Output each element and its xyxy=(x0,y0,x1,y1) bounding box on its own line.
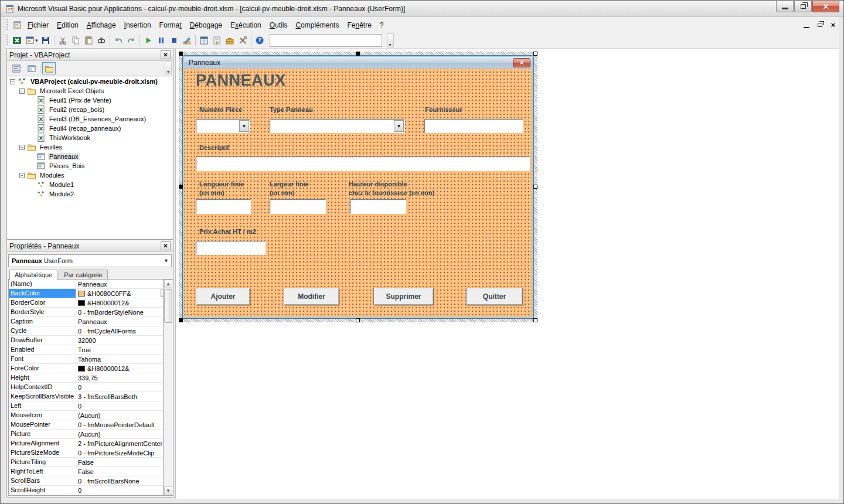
userform-selection-frame[interactable]: Panneaux ✕ PANNEAUX Numéro Pièce Type Pa… xyxy=(179,52,537,322)
property-name[interactable]: HelpContextID xyxy=(9,383,76,391)
toolbar-combo[interactable] xyxy=(270,34,382,47)
save-icon[interactable] xyxy=(39,34,52,47)
tree-item-pi-ces-bois[interactable]: Pièces_Bois xyxy=(8,161,172,171)
property-value[interactable]: 339,75 xyxy=(76,373,171,382)
hauteur-textbox[interactable] xyxy=(350,199,406,214)
project-panel-header[interactable]: Projet - VBAProject ✕ xyxy=(7,49,173,61)
handle-bottom-left[interactable] xyxy=(179,318,183,322)
property-row-righttoleft[interactable]: RightToLeftFalse xyxy=(9,467,171,476)
menubar-grip[interactable] xyxy=(6,19,8,31)
property-row-height[interactable]: Height339,75 xyxy=(9,373,171,383)
property-value[interactable]: False xyxy=(76,458,171,466)
copy-icon[interactable] xyxy=(69,34,82,47)
property-row-left[interactable]: Left0 xyxy=(9,401,171,411)
property-value[interactable]: 0 xyxy=(76,401,171,410)
property-row-mousepointer[interactable]: MousePointer0 - fmMousePointerDefault xyxy=(9,420,171,430)
handle-right-center[interactable] xyxy=(533,185,537,189)
property-name[interactable]: Cycle xyxy=(9,326,76,335)
design-mode-icon[interactable] xyxy=(181,34,193,47)
property-row-helpcontextid[interactable]: HelpContextID0 xyxy=(9,383,171,392)
menu-fentre[interactable]: Fenêtre xyxy=(343,19,375,32)
menu-?[interactable]: ? xyxy=(376,19,388,32)
property-name[interactable]: MouseIcon xyxy=(9,411,76,420)
tree-item-feuil4-recap-panneaux[interactable]: Feuil4 (recap_panneaux) xyxy=(8,124,172,133)
property-row-keepscrollbarsvisible[interactable]: KeepScrollBarsVisible3 - fmScrollBarsBot… xyxy=(9,392,171,401)
property-name[interactable]: Height xyxy=(9,373,76,382)
properties-window-icon[interactable] xyxy=(210,34,223,47)
property-name[interactable]: Left xyxy=(9,401,76,410)
tree-expander-icon[interactable]: − xyxy=(19,173,25,178)
mdi-restore-button[interactable] xyxy=(818,23,822,27)
tree-item-feuil2-recap-bois[interactable]: Feuil2 (recap_bois) xyxy=(8,105,172,114)
menu-outils[interactable]: Outils xyxy=(266,19,292,32)
toolbar-grip[interactable] xyxy=(6,35,8,46)
tree-item-feuil3-db-essences-panneaux[interactable]: Feuil3 (DB_Essences_Panneaux) xyxy=(8,114,172,124)
property-row-caption[interactable]: CaptionPanneaux xyxy=(9,317,171,326)
property-name[interactable]: PictureAlignment xyxy=(9,439,76,448)
supprimer-button[interactable]: Supprimer xyxy=(373,288,434,305)
handle-bottom-right[interactable] xyxy=(533,318,537,322)
scroll-up-icon[interactable]: ▲ xyxy=(164,280,172,288)
descriptif-textbox[interactable] xyxy=(196,156,530,171)
property-name[interactable]: Font xyxy=(9,355,76,363)
tree-item-microsoft-excel-objets[interactable]: −Microsoft Excel Objets xyxy=(8,86,172,96)
insert-userform-icon[interactable] xyxy=(23,34,36,47)
window-close-button[interactable]: ✕ xyxy=(812,1,839,12)
property-value[interactable]: 0 - fmMousePointerDefault xyxy=(76,420,171,429)
toggle-folders-icon[interactable] xyxy=(42,62,56,74)
property-name[interactable]: BorderColor xyxy=(9,298,76,307)
tree-expander-icon[interactable]: − xyxy=(19,88,25,94)
property-row-scrollbars[interactable]: ScrollBars0 - fmScrollBarsNone xyxy=(9,476,171,486)
property-value[interactable]: (Aucun) xyxy=(76,430,171,438)
chevron-down-icon[interactable]: ▼ xyxy=(239,120,249,132)
property-row-bordercolor[interactable]: BorderColor&H80000012& xyxy=(9,298,171,308)
paste-icon[interactable] xyxy=(82,34,95,47)
tree-item-thisworkbook[interactable]: ThisWorkbook xyxy=(8,133,172,142)
menu-dbogage[interactable]: Débogage xyxy=(186,19,226,32)
property-row-picturesizemode[interactable]: PictureSizeMode0 - fmPictureSizeModeClip xyxy=(9,448,171,458)
tree-expander-icon[interactable]: − xyxy=(10,79,15,84)
view-code-icon[interactable] xyxy=(9,62,23,74)
menu-complments[interactable]: Compléments xyxy=(291,19,343,32)
window-minimize-button[interactable] xyxy=(776,1,794,12)
property-value[interactable]: 3 - fmScrollBarsBoth xyxy=(76,392,171,401)
break-icon[interactable] xyxy=(155,34,168,47)
property-row-cycle[interactable]: Cycle0 - fmCycleAllForms xyxy=(9,326,171,336)
redo-icon[interactable] xyxy=(125,34,138,47)
insert-dropdown-caret-icon[interactable]: ▾ xyxy=(35,38,38,43)
property-name[interactable]: MousePointer xyxy=(9,420,76,429)
menu-excution[interactable]: Exécution xyxy=(226,19,266,32)
properties-close-button[interactable]: ✕ xyxy=(161,241,171,250)
tree-item-feuilles[interactable]: −Feuilles xyxy=(8,142,172,152)
tree-item-panneaux[interactable]: Panneaux xyxy=(8,152,172,161)
find-icon[interactable] xyxy=(95,34,108,47)
property-row-drawbuffer[interactable]: DrawBuffer32000 xyxy=(9,336,171,345)
property-name[interactable]: Enabled xyxy=(9,345,76,354)
property-row-font[interactable]: FontTahoma xyxy=(9,355,171,364)
project-explorer-icon[interactable] xyxy=(198,34,210,47)
property-value[interactable]: &H0080C0FF&▼ xyxy=(76,289,171,298)
property-value[interactable]: 0 - fmCycleAllForms xyxy=(76,326,171,335)
help-icon[interactable]: ? xyxy=(253,34,266,47)
largeur-textbox[interactable] xyxy=(270,199,326,214)
object-browser-icon[interactable] xyxy=(236,34,249,47)
scroll-thumb[interactable] xyxy=(164,289,172,323)
handle-top-left[interactable] xyxy=(179,52,183,56)
handle-top-right[interactable] xyxy=(533,52,537,56)
menu-fichier[interactable]: Fichier xyxy=(23,19,53,32)
property-row-mouseicon[interactable]: MouseIcon(Aucun) xyxy=(9,411,171,420)
handle-left-center[interactable] xyxy=(179,185,183,189)
menu-format[interactable]: Format xyxy=(155,19,186,32)
property-row-forecolor[interactable]: ForeColor&H80000012& xyxy=(9,364,171,373)
property-name[interactable]: PictureTiling xyxy=(9,458,76,466)
property-row-borderstyle[interactable]: BorderStyle0 - fmBorderStyleNone xyxy=(9,308,171,317)
property-row-scrollheight[interactable]: ScrollHeight0 xyxy=(9,486,171,495)
property-value[interactable]: 0 - fmPictureSizeModeClip xyxy=(76,448,171,457)
property-name[interactable]: ScrollBars xyxy=(9,476,76,485)
property-row-backcolor[interactable]: BackColor&H0080C0FF&▼ xyxy=(9,289,171,298)
tree-item-vbaproject-calcul-pv-meuble-droit-xlsm[interactable]: −VBAProject (calcul-pv-meuble-droit.xlsm… xyxy=(8,77,172,86)
ajouter-button[interactable]: Ajouter xyxy=(196,288,250,305)
quitter-button[interactable]: Quitter xyxy=(466,288,523,305)
run-icon[interactable] xyxy=(142,34,155,47)
mdi-minimize-button[interactable] xyxy=(804,27,809,28)
